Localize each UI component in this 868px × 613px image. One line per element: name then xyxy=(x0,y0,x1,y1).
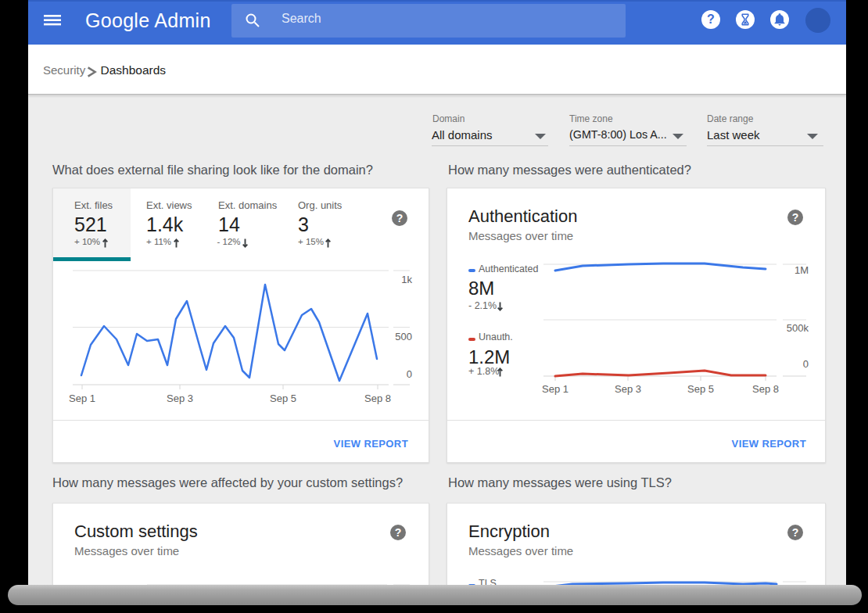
svg-text:Sep 3: Sep 3 xyxy=(167,393,193,404)
svg-text:500: 500 xyxy=(395,331,412,342)
svg-text:1M: 1M xyxy=(794,264,809,276)
svg-text:Sep 8: Sep 8 xyxy=(364,393,391,404)
svg-text:Sep 1: Sep 1 xyxy=(69,393,95,404)
svg-text:0: 0 xyxy=(407,368,412,380)
svg-text:Sep 5: Sep 5 xyxy=(687,383,714,395)
svg-text:500k: 500k xyxy=(787,322,809,334)
svg-text:Sep 3: Sep 3 xyxy=(615,383,641,395)
svg-text:1k: 1k xyxy=(401,274,412,285)
svg-text:Sep 8: Sep 8 xyxy=(752,383,779,395)
svg-text:0: 0 xyxy=(803,358,809,370)
svg-text:Sep 5: Sep 5 xyxy=(270,393,296,404)
svg-text:Sep 1: Sep 1 xyxy=(542,383,569,395)
